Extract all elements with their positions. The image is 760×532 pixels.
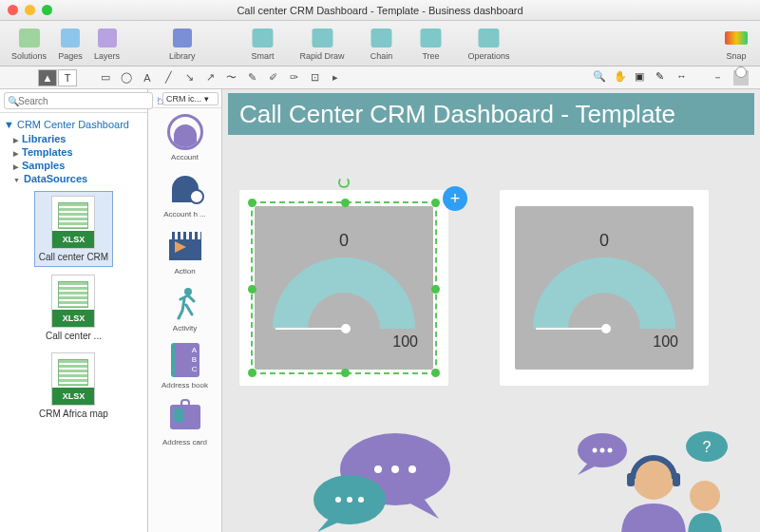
home-icon[interactable]: ⌂: [157, 94, 163, 107]
svg-text:?: ?: [703, 439, 712, 455]
chat-bubbles-icon: [308, 429, 460, 532]
tree-root[interactable]: ▼ CRM Center Dashboard: [4, 117, 143, 132]
library-item[interactable]: Activity: [148, 279, 221, 336]
window-controls: [8, 5, 52, 15]
page-banner: Call Center CRM Dashboard - Template: [228, 93, 754, 135]
svg-point-6: [335, 497, 341, 503]
library-item[interactable]: ABC Address book: [148, 336, 221, 393]
library-item[interactable]: Account h ...: [148, 165, 221, 222]
toolbar-rapiddraw[interactable]: Rapid Draw: [299, 26, 344, 61]
library-icon: [170, 26, 195, 50]
svg-point-2: [374, 466, 382, 473]
navigator-sidebar: 🔍 ⌂ ▼ CRM Center Dashboard Libraries Tem…: [0, 89, 148, 532]
datasource-item[interactable]: Call center ...: [42, 271, 105, 345]
account-icon: [164, 112, 206, 152]
svg-point-8: [358, 497, 364, 503]
tree-node-samples[interactable]: Samples: [4, 159, 143, 172]
arrow-tool-icon[interactable]: ↗: [202, 70, 218, 86]
eyedrop-tool-icon[interactable]: ✑: [286, 70, 301, 86]
toolbar-snap[interactable]: Snap: [724, 26, 749, 61]
tree-icon: [419, 26, 444, 50]
resize-handle[interactable]: [341, 369, 350, 377]
eyedropper-icon[interactable]: ✎: [656, 70, 671, 86]
svg-point-10: [593, 448, 598, 453]
resize-handle[interactable]: [248, 199, 256, 207]
title-bar: Call center CRM Dashboard - Template - B…: [0, 0, 760, 21]
zoom-out-icon[interactable]: －: [712, 70, 728, 86]
toolbar-smart[interactable]: Smart: [250, 26, 275, 61]
datasource-item[interactable]: CRM Africa map: [35, 349, 112, 423]
dimension-icon[interactable]: ↔: [676, 70, 692, 86]
hand-icon[interactable]: ✋: [614, 70, 629, 86]
library-panel: ‹ › CRM ic... ▾ Account Account h ... Ac…: [148, 89, 222, 532]
connector-tool-icon[interactable]: ↘: [181, 70, 197, 86]
svg-point-18: [690, 481, 720, 511]
toolbar-solutions[interactable]: Solutions: [11, 26, 47, 61]
crop-tool-icon[interactable]: ⊡: [307, 70, 322, 86]
svg-point-7: [347, 497, 352, 503]
search-input[interactable]: [4, 92, 153, 109]
account-history-icon: [164, 169, 206, 209]
resize-handle[interactable]: [248, 285, 256, 294]
main-toolbar: Solutions Pages Layers Library Smart Rap…: [0, 21, 760, 66]
library-item[interactable]: Action: [148, 222, 221, 279]
resize-handle[interactable]: [431, 199, 440, 207]
svg-rect-16: [627, 473, 635, 486]
pages-icon: [58, 26, 83, 50]
canvas-tools: Smart Rapid Draw Chain Tree Operations: [244, 26, 515, 61]
xlsx-icon: [51, 352, 95, 406]
toolbar-tree[interactable]: Tree: [419, 26, 444, 61]
line-tool-icon[interactable]: ╱: [161, 70, 176, 86]
rotate-handle[interactable]: [338, 177, 350, 188]
xlsx-icon: [51, 275, 95, 328]
datasource-item[interactable]: Call center CRM: [34, 191, 113, 267]
library-item[interactable]: Account: [148, 108, 221, 165]
search-icon: 🔍: [8, 96, 19, 106]
smart-icon: [250, 26, 275, 50]
tree-node-datasources[interactable]: DataSources: [4, 172, 143, 185]
toolbar-operations[interactable]: Operations: [468, 26, 510, 61]
rect-tool-icon[interactable]: ▭: [98, 70, 113, 86]
svg-rect-17: [673, 473, 680, 486]
search-icon[interactable]: 🔍: [593, 70, 608, 86]
ellipse-tool-icon[interactable]: ◯: [119, 70, 134, 86]
pointer-tool[interactable]: ▲: [38, 69, 57, 86]
activity-icon: [164, 283, 206, 323]
chain-icon: [370, 26, 394, 50]
minimize-icon[interactable]: [25, 5, 35, 15]
toolbar-layers[interactable]: Layers: [94, 26, 120, 61]
tree-node-templates[interactable]: Templates: [4, 145, 143, 159]
canvas[interactable]: Call Center CRM Dashboard - Template 0 1…: [222, 89, 760, 532]
gauge-needle-icon: [536, 328, 606, 330]
close-icon[interactable]: [8, 5, 18, 15]
library-selector[interactable]: CRM ic... ▾: [162, 92, 218, 105]
text-tool-icon[interactable]: A: [140, 70, 155, 86]
text-tool[interactable]: T: [58, 69, 77, 86]
selection-box: [251, 201, 437, 374]
more-tool-icon[interactable]: ▸: [328, 70, 343, 86]
tree-node-libraries[interactable]: Libraries: [4, 132, 143, 145]
resize-handle[interactable]: [341, 199, 350, 207]
pen-tool-icon[interactable]: ✎: [244, 70, 259, 86]
layers-icon: [95, 26, 120, 50]
gauge-max-label: 100: [653, 333, 678, 351]
rapiddraw-icon: [310, 26, 334, 50]
add-button[interactable]: +: [443, 186, 467, 211]
toolbar-pages[interactable]: Pages: [58, 26, 83, 61]
curve-tool-icon[interactable]: 〜: [223, 70, 238, 86]
brush-tool-icon[interactable]: ✐: [265, 70, 280, 86]
action-icon: [164, 226, 206, 266]
resize-handle[interactable]: [431, 285, 440, 294]
resize-handle[interactable]: [431, 369, 440, 377]
toolbar-library[interactable]: Library: [169, 26, 196, 61]
maximize-icon[interactable]: [42, 5, 52, 15]
stamp-icon[interactable]: ▣: [635, 70, 650, 86]
zoom-slider[interactable]: [733, 70, 749, 86]
solutions-icon: [17, 26, 42, 50]
svg-point-3: [391, 466, 399, 473]
gauge-widget[interactable]: 0 100: [500, 190, 709, 386]
resize-handle[interactable]: [248, 369, 256, 377]
drawing-toolbar: ▲ T ▭ ◯ A ╱ ↘ ↗ 〜 ✎ ✐ ✑ ⊡ ▸ 🔍 ✋ ▣ ✎ ↔ －: [0, 66, 760, 89]
toolbar-chain[interactable]: Chain: [370, 26, 394, 61]
library-item[interactable]: Address card: [148, 393, 221, 450]
